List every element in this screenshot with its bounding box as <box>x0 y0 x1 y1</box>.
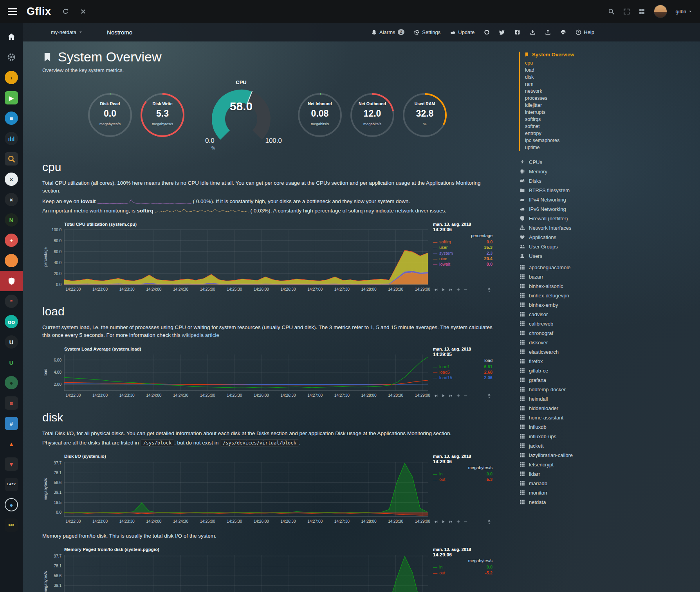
rail-app-teal-oo[interactable]: oo <box>0 311 23 332</box>
menu-sub-item[interactable]: disk <box>524 74 700 81</box>
zoom-out-icon[interactable] <box>464 288 468 292</box>
menu-app-item[interactable]: binhex-airsonic <box>519 281 700 291</box>
menu-app-item[interactable]: influxdb <box>519 422 700 432</box>
pan-right-icon[interactable] <box>449 520 453 524</box>
rail-app-lazylibrarian[interactable]: LAZY <box>0 474 23 495</box>
rail-app-gitlab[interactable]: ▲ <box>0 434 23 454</box>
zoom-out-icon[interactable] <box>464 520 468 524</box>
resize-handle-icon[interactable] <box>487 519 492 524</box>
gauge-net-outbound[interactable]: Net Outbound 12.0 megabits/s <box>349 92 395 138</box>
legend-series-out[interactable]: —out-5.2 <box>433 570 493 576</box>
menu-system-overview-title[interactable]: System Overview <box>524 52 700 58</box>
legend-series-load15[interactable]: —load152.06 <box>433 375 493 380</box>
rail-app-orange[interactable] <box>0 250 23 271</box>
rail-app-pihole[interactable] <box>0 271 23 291</box>
facebook-icon[interactable] <box>514 29 520 35</box>
resize-handle-icon[interactable] <box>487 287 492 292</box>
user-menu[interactable]: gilbn <box>676 9 692 14</box>
export-snapshot-icon[interactable] <box>530 29 536 35</box>
rail-app-nzbget[interactable]: N <box>0 210 23 230</box>
menu-group-item[interactable]: Memory <box>519 167 700 176</box>
menu-app-item[interactable]: jackett <box>519 441 700 450</box>
refresh-tab-icon[interactable] <box>62 8 69 15</box>
menu-app-item[interactable]: gitlab-ce <box>519 366 700 375</box>
menu-app-item[interactable]: home-assistant <box>519 413 700 422</box>
legend-series-iowait[interactable]: —iowait0.0 <box>433 261 493 267</box>
gauge-net-inbound[interactable]: Net Inbound 0.08 megabits/s <box>297 92 343 138</box>
gauge-disk-read[interactable]: Disk Read 0.0 megabytes/s <box>87 92 133 138</box>
menu-app-item[interactable]: letsencrypt <box>519 460 700 469</box>
menu-app-item[interactable]: bazarr <box>519 272 700 281</box>
legend-series-in[interactable]: —in0.0 <box>433 471 493 477</box>
settings-button[interactable]: Settings <box>414 29 440 35</box>
legend-series-softirq[interactable]: —softirq0.0 <box>433 239 493 245</box>
zoom-in-icon[interactable] <box>456 520 460 524</box>
menu-app-item[interactable]: mariadb <box>519 479 700 488</box>
menu-sub-item[interactable]: softirqs <box>524 116 700 123</box>
menu-group-item[interactable]: BTRFS filesystem <box>519 185 700 195</box>
zoom-in-icon[interactable] <box>456 394 460 398</box>
gauge-used-ram[interactable]: Used RAM 32.8 % <box>402 92 448 138</box>
menu-app-item[interactable]: grafana <box>519 375 700 385</box>
menu-app-item[interactable]: hiddenloader <box>519 403 700 413</box>
menu-sub-item[interactable]: cpu <box>524 59 700 67</box>
chart-plot[interactable]: 14:22:3014:23:0014:23:3014:24:0014:24:30… <box>42 227 430 295</box>
legend-series-load1[interactable]: —load16.51 <box>433 364 493 369</box>
menu-sub-item[interactable]: ram <box>524 81 700 88</box>
print-icon[interactable] <box>560 29 566 35</box>
twitter-icon[interactable] <box>499 29 505 35</box>
menu-sub-item[interactable]: interrupts <box>524 109 700 116</box>
rail-home[interactable] <box>0 27 23 47</box>
menu-app-item[interactable]: binhex-delugevpn <box>519 291 700 300</box>
legend-series-in[interactable]: —in0.0 <box>433 564 493 570</box>
menu-group-item[interactable]: CPUs <box>519 157 700 167</box>
menu-group-item[interactable]: User Groups <box>519 242 700 251</box>
menu-app-item[interactable]: lazylibrarian-calibre <box>519 450 700 460</box>
play-icon[interactable] <box>441 394 446 398</box>
menu-sub-item[interactable]: ipc semaphores <box>524 137 700 144</box>
legend-series-out[interactable]: —out-5.3 <box>433 477 493 482</box>
menu-group-item[interactable]: IPv6 Networking <box>519 204 700 214</box>
gauge-disk-write[interactable]: Disk Write 5.3 megabytes/s <box>139 92 186 138</box>
menu-sub-item[interactable]: load <box>524 67 700 74</box>
menu-sub-item[interactable]: idlejitter <box>524 102 700 109</box>
hamburger-menu-icon[interactable] <box>8 8 17 15</box>
rail-app-green-u[interactable]: U <box>0 352 23 372</box>
legend-series-load5[interactable]: —load52.68 <box>433 369 493 375</box>
pan-right-icon[interactable] <box>449 288 453 292</box>
pan-left-icon[interactable] <box>434 520 438 524</box>
menu-sub-item[interactable]: network <box>524 88 700 95</box>
host-dropdown[interactable]: my-netdata <box>51 29 83 35</box>
rail-app-sabnzbd[interactable]: sab <box>0 515 23 535</box>
rail-app-green-dot[interactable]: ● <box>0 372 23 393</box>
rail-app-red-plus[interactable]: + <box>0 230 23 250</box>
rail-app-bars[interactable]: ≡ <box>0 393 23 413</box>
resize-handle-icon[interactable] <box>487 393 492 398</box>
menu-app-item[interactable]: elasticsearch <box>519 347 700 356</box>
rail-app-light-x[interactable]: × <box>0 169 23 189</box>
rail-app-plex[interactable]: › <box>0 67 23 88</box>
menu-app-item[interactable]: binhex-emby <box>519 300 700 309</box>
rail-app-emby[interactable]: ▶ <box>0 88 23 108</box>
rail-app-down-arrow[interactable]: ▼ <box>0 454 23 474</box>
rail-app-airsonic[interactable]: ılıl <box>0 128 23 149</box>
menu-group-item[interactable]: Users <box>519 251 700 261</box>
fullscreen-icon[interactable] <box>623 8 630 15</box>
import-snapshot-icon[interactable] <box>545 29 551 35</box>
zoom-out-icon[interactable] <box>464 394 468 398</box>
rail-app-dark-x[interactable]: × <box>0 189 23 210</box>
menu-app-item[interactable]: chronograf <box>519 328 700 338</box>
rail-settings[interactable] <box>0 47 23 67</box>
menu-app-item[interactable]: calibreweb <box>519 319 700 328</box>
search-icon[interactable] <box>608 8 615 15</box>
iowait-sparkline[interactable] <box>97 199 191 204</box>
alarms-button[interactable]: Alarms 2 <box>371 29 404 35</box>
menu-group-item[interactable]: Applications <box>519 232 700 242</box>
wikipedia-link[interactable]: wikipedia article <box>182 332 219 338</box>
pan-right-icon[interactable] <box>449 394 453 398</box>
menu-group-item[interactable]: Disks <box>519 176 700 185</box>
menu-group-item[interactable]: Firewall (netfilter) <box>519 214 700 223</box>
menu-app-item[interactable]: apacheguacamole <box>519 263 700 272</box>
menu-sub-item[interactable]: softnet <box>524 123 700 130</box>
menu-app-item[interactable]: netdata <box>519 497 700 507</box>
